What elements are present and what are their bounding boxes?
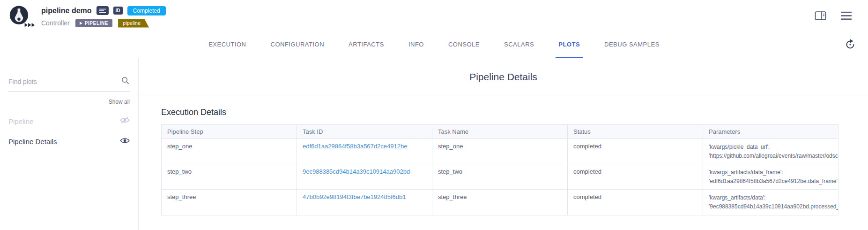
parameter-value: '9ec988385cd94b14a39c10914aa902bd.proces… [709, 202, 832, 211]
task-id-link[interactable]: 9ec988385cd94b14a39c10914aa902bd [303, 168, 410, 175]
refresh-icon[interactable] [845, 39, 856, 52]
cell-status: completed [568, 164, 703, 190]
cell-task-name: step_one [432, 139, 568, 164]
plot-main-area: Pipeline Details Execution Details Pipel… [139, 58, 868, 230]
system-tag-label: PIPELINE [85, 21, 108, 26]
table-row: step_two 9ec988385cd94b14a39c10914aa902b… [162, 164, 838, 190]
play-triangle-icon [80, 22, 82, 25]
console-output-icon[interactable] [96, 6, 109, 15]
find-plots-input[interactable] [8, 78, 121, 85]
task-id-link[interactable]: 47b0b92e98194f3fbe7be192485f6db1 [303, 193, 406, 200]
col-status: Status [568, 125, 703, 139]
clearml-logo-icon[interactable] [8, 4, 36, 30]
experiment-title: pipeline demo [41, 7, 92, 15]
tab-info[interactable]: INFO [406, 31, 427, 58]
tab-bar: EXECUTION CONFIGURATION ARTIFACTS INFO C… [0, 31, 868, 58]
cell-task-name: step_two [432, 164, 568, 190]
cell-task-name: step_three [432, 190, 568, 215]
execution-details-section: Execution Details Pipeline Step Task ID … [139, 94, 868, 215]
show-all-link[interactable]: Show all [8, 99, 130, 105]
col-pipeline-step: Pipeline Step [162, 125, 297, 139]
cell-status: completed [568, 139, 703, 164]
system-tag-pipeline: PIPELINE [75, 19, 112, 27]
content-area: Show all Pipeline Pipeline Details [0, 58, 868, 230]
col-task-name: Task Name [432, 125, 568, 139]
section-title: Execution Details [161, 107, 868, 117]
col-parameters: Parameters [703, 125, 838, 139]
tab-console[interactable]: CONSOLE [445, 31, 482, 58]
plot-search-row [8, 76, 130, 92]
task-id-badge[interactable]: ID [113, 7, 123, 15]
task-id-link[interactable]: edf6d1aa29864f58b3a567d2ce4912be [303, 143, 407, 150]
parameter-key: 'kwargs/pickle_data_url': [709, 143, 832, 152]
sidebar-item-label: Pipeline Details [8, 138, 57, 146]
search-icon [121, 76, 130, 87]
tab-scalars[interactable]: SCALARS [501, 31, 537, 58]
details-panel-icon[interactable] [815, 11, 826, 21]
tab-artifacts[interactable]: ARTIFACTS [346, 31, 387, 58]
cell-status: completed [568, 190, 703, 215]
plots-sidebar: Show all Pipeline Pipeline Details [0, 58, 139, 230]
status-badge: Completed [127, 6, 166, 15]
table-header-row: Pipeline Step Task ID Task Name Status P… [162, 125, 838, 139]
cell-parameters: 'kwargs_artifacts/data': '9ec988385cd94b… [703, 190, 838, 215]
app-header: pipeline demo ID Completed Controller PI… [0, 0, 868, 31]
user-tag-pipeline: pipeline [118, 19, 149, 28]
cell-pipeline-step: step_one [162, 139, 297, 164]
col-task-id: Task ID [297, 125, 432, 139]
parameter-value: 'https://github.com/allegroai/events/raw… [709, 152, 832, 161]
tab-execution[interactable]: EXECUTION [206, 31, 249, 58]
cell-pipeline-step: step_three [162, 190, 297, 215]
cell-parameters: 'kwargs/pickle_data_url': 'https://githu… [703, 139, 838, 164]
sidebar-item-label: Pipeline [8, 117, 33, 125]
parameter-key: 'kwargs_artifacts/data_frame': [709, 168, 832, 177]
plot-title: Pipeline Details [139, 71, 868, 83]
cell-pipeline-step: step_two [162, 164, 297, 190]
tab-configuration[interactable]: CONFIGURATION [268, 31, 327, 58]
eye-off-icon[interactable] [120, 116, 130, 126]
sidebar-item-pipeline-details[interactable]: Pipeline Details [8, 137, 130, 146]
hamburger-menu-icon[interactable] [840, 11, 852, 20]
eye-icon[interactable] [120, 137, 130, 146]
cell-parameters: 'kwargs_artifacts/data_frame': 'edf6d1aa… [703, 164, 838, 190]
parameter-key: 'kwargs_artifacts/data': [709, 193, 832, 202]
tab-plots[interactable]: PLOTS [556, 31, 583, 58]
table-row: step_one edf6d1aa29864f58b3a567d2ce4912b… [162, 139, 838, 164]
sidebar-item-pipeline[interactable]: Pipeline [8, 116, 130, 126]
controller-subtitle: Controller [41, 19, 70, 27]
table-row: step_three 47b0b92e98194f3fbe7be192485f6… [162, 190, 838, 215]
tab-debug-samples[interactable]: DEBUG SAMPLES [601, 31, 662, 58]
execution-details-table: Pipeline Step Task ID Task Name Status P… [161, 124, 838, 215]
parameter-value: 'edf6d1aa29864f58b3a567d2ce4912be.data_f… [709, 177, 832, 186]
